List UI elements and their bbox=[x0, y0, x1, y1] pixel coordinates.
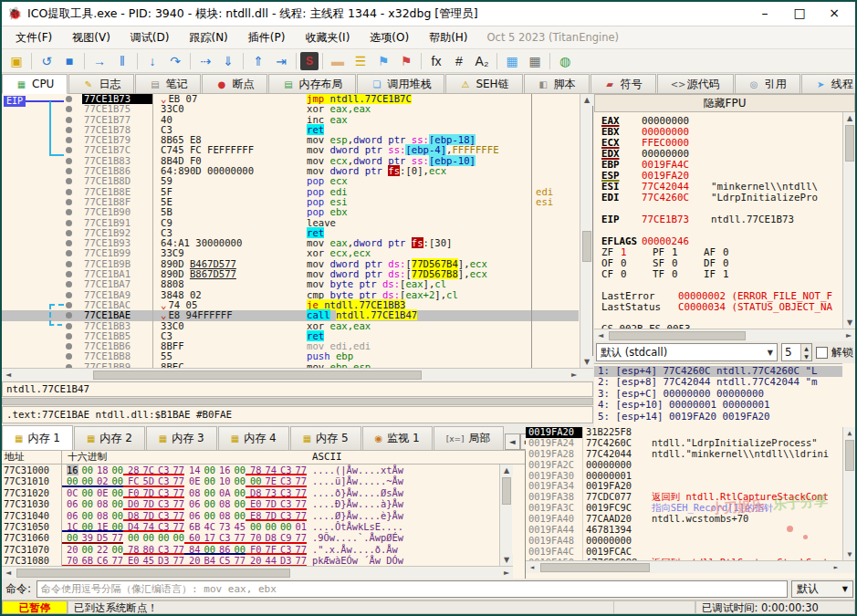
register-row[interactable]: EAX00000000 bbox=[601, 116, 842, 127]
flag-IF[interactable]: IF1 bbox=[704, 269, 755, 280]
tab-监视 1[interactable]: ◉监视 1 bbox=[362, 426, 433, 450]
menu-item[interactable]: 调试(D) bbox=[120, 28, 180, 47]
tab-内存 4[interactable]: ▦内存 4 bbox=[218, 426, 289, 450]
stack-hscrollbar[interactable]: ◄ ► bbox=[526, 560, 855, 573]
breakpoint-dot[interactable] bbox=[66, 189, 72, 195]
menu-item[interactable]: 文件(F) bbox=[5, 28, 62, 47]
tab-局部[interactable]: [x=]局部 bbox=[434, 426, 504, 450]
tab-CPU[interactable]: ▦CPU bbox=[2, 74, 68, 94]
register-row[interactable]: EBX00000000 bbox=[601, 127, 842, 138]
dump-row[interactable]: 77C31070200022007880C37784008600F07FC377… bbox=[2, 544, 525, 555]
disasm-row[interactable]: 77CE1BA78808mov byte ptr ds:[eax],cl bbox=[2, 279, 579, 289]
function-icon[interactable]: fx bbox=[425, 51, 447, 71]
stack-row[interactable]: 0019FA3000000001 bbox=[526, 471, 855, 482]
step-out-icon[interactable]: ⇓ bbox=[217, 51, 239, 71]
breakpoint-dot[interactable] bbox=[66, 343, 72, 350]
breakpoint-dot[interactable] bbox=[66, 158, 72, 164]
stack-row[interactable]: 0019FA4C0019FCAC bbox=[526, 547, 855, 558]
menu-item[interactable]: 插件(P) bbox=[238, 28, 296, 47]
dump-hscrollbar[interactable]: ◄ ► bbox=[2, 566, 513, 579]
breakpoint-dot[interactable] bbox=[66, 230, 72, 236]
stack-row[interactable]: 0019FA4800000000 bbox=[526, 536, 855, 547]
command-input[interactable] bbox=[37, 580, 788, 598]
disasm-row[interactable]: 77CE1B8D59pop ecx bbox=[2, 176, 579, 186]
menu-item[interactable]: 选项(O) bbox=[360, 28, 419, 47]
tab-符号[interactable]: ▰符号 bbox=[590, 74, 656, 93]
register-row[interactable]: EIP77CE1B73ntdll.77CE1B73 bbox=[601, 214, 842, 225]
stop-icon[interactable]: ■ bbox=[58, 51, 80, 71]
dump-row[interactable]: 77C310200C000E00F07DC37708000A00D873C377… bbox=[2, 487, 525, 498]
register-row[interactable]: EBP0019FA4C bbox=[601, 160, 842, 171]
breakpoint-dot[interactable] bbox=[66, 250, 72, 256]
arg-count-stepper[interactable]: 5 ▲▼ bbox=[781, 343, 812, 361]
stack-row[interactable]: 0019FA2C00000000 bbox=[526, 460, 855, 471]
menu-item[interactable]: 收藏夹(I) bbox=[295, 28, 360, 47]
dump-row[interactable]: 77C31080706BC677E045D37720B4C5772044D377… bbox=[2, 555, 525, 566]
breakpoint-dot[interactable] bbox=[66, 199, 72, 205]
disasm-hscrollbar[interactable]: ◄ ► bbox=[2, 368, 593, 381]
tab-内存 5[interactable]: ▦内存 5 bbox=[290, 426, 361, 450]
registers-vscrollbar[interactable]: ▲ ▼ bbox=[842, 112, 855, 329]
flag-CF[interactable]: CF0 bbox=[601, 269, 653, 280]
dump-row[interactable]: 77C3104006000800D87DC37706000800E87DC377… bbox=[2, 510, 525, 521]
registers-hscrollbar[interactable]: ◄ ► bbox=[594, 329, 855, 341]
run-to-user-code-icon[interactable]: ⇥ bbox=[270, 51, 292, 71]
tab-调用堆栈[interactable]: ❏调用堆栈 bbox=[357, 74, 444, 93]
stack-argument-row[interactable]: 5: [esp+14] 0019FA20 0019FA20 bbox=[594, 412, 842, 423]
dump-vscrollbar[interactable]: ▲ ▼ bbox=[499, 465, 512, 566]
breakpoint-dot[interactable] bbox=[66, 323, 72, 329]
stack-row[interactable]: 0019FA340019FA20 bbox=[526, 481, 855, 492]
tab-线程[interactable]: ➤线程 bbox=[801, 74, 857, 93]
register-row[interactable]: EDX00000000 bbox=[601, 149, 842, 160]
unlock-checkbox[interactable] bbox=[816, 347, 828, 359]
maximize-button[interactable]: □ bbox=[784, 4, 815, 24]
notes-device-icon[interactable]: ▦ bbox=[501, 51, 523, 71]
breakpoint-dot[interactable] bbox=[66, 209, 72, 215]
bookmark-icon[interactable]: ⚑ bbox=[395, 51, 417, 71]
menu-item[interactable]: 跟踪(N) bbox=[179, 28, 237, 47]
breakpoint-dot[interactable] bbox=[66, 281, 72, 287]
step-into-icon[interactable]: ↓ bbox=[141, 51, 163, 71]
dump-row[interactable]: 77C3103006000800D07DC37706000800E07DC377… bbox=[2, 498, 525, 509]
breakpoint-dot[interactable] bbox=[66, 220, 72, 226]
breakpoint-dot[interactable] bbox=[66, 271, 72, 277]
breakpoint-dot[interactable] bbox=[66, 240, 72, 246]
breakpoint-dot[interactable] bbox=[66, 96, 72, 102]
breakpoint-dot[interactable] bbox=[66, 333, 72, 339]
tab-SEH链[interactable]: ⚠SEH链 bbox=[445, 74, 522, 93]
breakpoint-dot[interactable] bbox=[66, 168, 72, 174]
open-file-icon[interactable]: ▣ bbox=[5, 51, 27, 71]
flag-TF[interactable]: TF0 bbox=[653, 269, 704, 280]
step-over-icon[interactable]: ↷ bbox=[164, 51, 186, 71]
tab-内存 2[interactable]: ▦内存 2 bbox=[74, 426, 145, 450]
stack-argument-row[interactable]: 4: [esp+10] 00000001 00000001 bbox=[594, 400, 842, 411]
profile-dropdown[interactable]: 默认▼ bbox=[791, 580, 853, 598]
breakpoint-dot[interactable] bbox=[66, 137, 72, 143]
stack-row[interactable]: 0019FA2877C42044ntdll."minkernel\\ntdll\… bbox=[526, 449, 855, 460]
stack-row[interactable]: 0019FA4446781394 bbox=[526, 525, 855, 536]
breakpoint-dot[interactable] bbox=[66, 127, 72, 133]
register-row[interactable]: ECXFFEC0000 bbox=[601, 138, 842, 149]
breakpoint-dot[interactable] bbox=[66, 312, 72, 318]
font-size-icon[interactable]: A₂ bbox=[471, 51, 493, 71]
stack-row[interactable]: 0019FA3877CDC077返回到 ntdll.RtlCaptureStac… bbox=[526, 492, 855, 503]
tab-日志[interactable]: ✎日志 bbox=[68, 74, 134, 93]
menu-item[interactable]: 帮助(H) bbox=[419, 28, 477, 47]
tab-笔记[interactable]: ▤笔记 bbox=[135, 74, 201, 93]
calling-convention-dropdown[interactable]: 默认 (stdcall)▼ bbox=[596, 343, 778, 361]
hash-icon[interactable]: # bbox=[448, 51, 470, 71]
disasm-vscrollbar[interactable]: ▲ ▼ bbox=[580, 94, 592, 368]
tab-引用[interactable]: ◎引用 bbox=[735, 74, 800, 93]
disasm-row[interactable]: 77CE1BAE⌄E8 94FFFFFFcall ntdll.77CE1B47 bbox=[2, 310, 579, 320]
dump-row[interactable]: 77C3101000000200FC5DC3770E001000007EC377… bbox=[2, 475, 525, 486]
close-button[interactable]: × bbox=[819, 4, 850, 24]
patch-icon[interactable]: ▬ bbox=[327, 51, 349, 71]
stack-vscrollbar[interactable]: ▲ ▼ bbox=[842, 427, 855, 560]
tab-脚本[interactable]: ◧脚本 bbox=[524, 74, 590, 93]
run-icon[interactable]: → bbox=[89, 51, 110, 71]
breakpoint-dot[interactable] bbox=[66, 353, 72, 360]
hide-fpu-header[interactable]: 隐藏FPU bbox=[594, 94, 855, 112]
tab-内存 3[interactable]: ▦内存 3 bbox=[146, 426, 217, 450]
dump-row[interactable]: 77C310501C001E00D474C3776B4C734500000001… bbox=[2, 521, 525, 532]
breakpoint-dot[interactable] bbox=[66, 292, 72, 298]
